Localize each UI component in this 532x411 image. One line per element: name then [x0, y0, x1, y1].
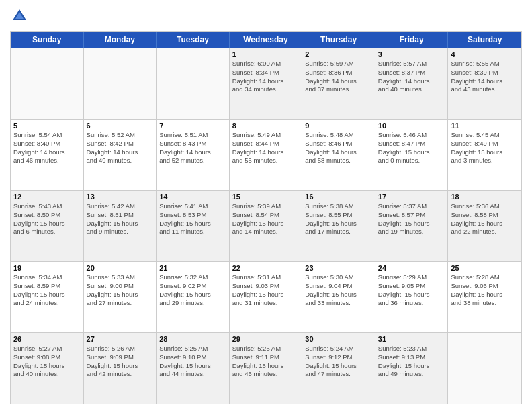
day-number: 16	[305, 193, 372, 201]
cal-cell-5: 5Sunrise: 5:54 AM Sunset: 8:40 PM Daylig…	[11, 120, 84, 190]
cell-info: Sunrise: 5:59 AM Sunset: 8:36 PM Dayligh…	[305, 60, 372, 94]
cell-info: Sunrise: 5:25 AM Sunset: 9:10 PM Dayligh…	[159, 345, 226, 379]
day-number: 31	[378, 335, 445, 343]
day-number: 30	[305, 335, 372, 343]
cell-info: Sunrise: 5:46 AM Sunset: 8:47 PM Dayligh…	[378, 131, 445, 165]
cell-info: Sunrise: 5:43 AM Sunset: 8:50 PM Dayligh…	[13, 202, 81, 236]
cell-info: Sunrise: 5:34 AM Sunset: 8:59 PM Dayligh…	[13, 273, 81, 308]
day-number: 23	[305, 264, 372, 272]
day-number: 4	[451, 50, 519, 58]
day-number: 27	[87, 335, 154, 343]
cell-info: Sunrise: 5:42 AM Sunset: 8:51 PM Dayligh…	[87, 202, 154, 236]
day-header-wednesday: Wednesday	[230, 32, 303, 48]
cal-cell-30: 30Sunrise: 5:24 AM Sunset: 9:12 PM Dayli…	[302, 333, 375, 404]
cal-cell-23: 23Sunrise: 5:30 AM Sunset: 9:04 PM Dayli…	[302, 262, 375, 332]
cal-cell-18: 18Sunrise: 5:36 AM Sunset: 8:58 PM Dayli…	[448, 191, 521, 261]
cell-info: Sunrise: 5:41 AM Sunset: 8:53 PM Dayligh…	[159, 202, 226, 236]
cal-cell-20: 20Sunrise: 5:33 AM Sunset: 9:00 PM Dayli…	[84, 262, 157, 332]
cell-info: Sunrise: 5:36 AM Sunset: 8:58 PM Dayligh…	[451, 202, 519, 236]
cal-cell-7: 7Sunrise: 5:51 AM Sunset: 8:43 PM Daylig…	[157, 120, 230, 190]
cal-cell-26: 26Sunrise: 5:27 AM Sunset: 9:08 PM Dayli…	[11, 333, 84, 404]
logo	[10, 7, 32, 26]
calendar-body: 1Sunrise: 6:00 AM Sunset: 8:34 PM Daylig…	[11, 48, 521, 404]
day-header-saturday: Saturday	[448, 32, 521, 48]
day-number: 28	[159, 335, 226, 343]
day-number: 25	[451, 264, 519, 272]
cal-cell-17: 17Sunrise: 5:37 AM Sunset: 8:57 PM Dayli…	[375, 191, 449, 261]
cal-cell-9: 9Sunrise: 5:48 AM Sunset: 8:46 PM Daylig…	[302, 120, 375, 190]
cell-info: Sunrise: 5:26 AM Sunset: 9:09 PM Dayligh…	[87, 345, 154, 379]
day-number: 2	[305, 50, 372, 58]
day-header-sunday: Sunday	[11, 32, 84, 48]
cell-info: Sunrise: 5:23 AM Sunset: 9:13 PM Dayligh…	[378, 345, 445, 379]
cell-info: Sunrise: 5:27 AM Sunset: 9:08 PM Dayligh…	[13, 345, 81, 379]
cell-info: Sunrise: 5:33 AM Sunset: 9:00 PM Dayligh…	[87, 273, 154, 308]
day-number: 12	[13, 193, 81, 201]
day-number: 19	[13, 264, 81, 272]
cal-cell-25: 25Sunrise: 5:28 AM Sunset: 9:06 PM Dayli…	[448, 262, 521, 332]
cal-cell-29: 29Sunrise: 5:25 AM Sunset: 9:11 PM Dayli…	[230, 333, 303, 404]
day-number: 15	[232, 193, 300, 201]
cell-info: Sunrise: 5:38 AM Sunset: 8:55 PM Dayligh…	[305, 202, 372, 236]
cal-cell-21: 21Sunrise: 5:32 AM Sunset: 9:02 PM Dayli…	[157, 262, 230, 332]
calendar-week-5: 26Sunrise: 5:27 AM Sunset: 9:08 PM Dayli…	[11, 332, 521, 404]
cal-cell-8: 8Sunrise: 5:49 AM Sunset: 8:44 PM Daylig…	[230, 120, 303, 190]
day-number: 18	[451, 193, 519, 201]
cell-info: Sunrise: 5:55 AM Sunset: 8:39 PM Dayligh…	[451, 60, 519, 94]
cal-cell-4: 4Sunrise: 5:55 AM Sunset: 8:39 PM Daylig…	[448, 48, 521, 119]
calendar-header: SundayMondayTuesdayWednesdayThursdayFrid…	[11, 32, 521, 48]
cal-cell-empty	[448, 333, 521, 404]
day-header-tuesday: Tuesday	[157, 32, 230, 48]
page: SundayMondayTuesdayWednesdayThursdayFrid…	[0, 0, 532, 411]
day-number: 6	[87, 122, 154, 130]
cell-info: Sunrise: 5:30 AM Sunset: 9:04 PM Dayligh…	[305, 273, 372, 308]
day-number: 3	[378, 50, 445, 58]
header	[10, 7, 522, 26]
cell-info: Sunrise: 5:51 AM Sunset: 8:43 PM Dayligh…	[159, 131, 226, 165]
cal-cell-28: 28Sunrise: 5:25 AM Sunset: 9:10 PM Dayli…	[157, 333, 230, 404]
calendar: SundayMondayTuesdayWednesdayThursdayFrid…	[10, 31, 522, 404]
day-number: 8	[232, 122, 300, 130]
cell-info: Sunrise: 5:25 AM Sunset: 9:11 PM Dayligh…	[232, 345, 300, 379]
cal-cell-24: 24Sunrise: 5:29 AM Sunset: 9:05 PM Dayli…	[375, 262, 449, 332]
cell-info: Sunrise: 5:49 AM Sunset: 8:44 PM Dayligh…	[232, 131, 300, 165]
day-number: 20	[87, 264, 154, 272]
cal-cell-16: 16Sunrise: 5:38 AM Sunset: 8:55 PM Dayli…	[302, 191, 375, 261]
day-number: 29	[232, 335, 300, 343]
calendar-week-3: 12Sunrise: 5:43 AM Sunset: 8:50 PM Dayli…	[11, 190, 521, 261]
cell-info: Sunrise: 5:52 AM Sunset: 8:42 PM Dayligh…	[87, 131, 154, 165]
cal-cell-2: 2Sunrise: 5:59 AM Sunset: 8:36 PM Daylig…	[302, 48, 375, 119]
day-number: 21	[159, 264, 226, 272]
day-number: 17	[378, 193, 445, 201]
day-number: 7	[159, 122, 226, 130]
cal-cell-15: 15Sunrise: 5:39 AM Sunset: 8:54 PM Dayli…	[230, 191, 303, 261]
cal-cell-10: 10Sunrise: 5:46 AM Sunset: 8:47 PM Dayli…	[375, 120, 449, 190]
cal-cell-12: 12Sunrise: 5:43 AM Sunset: 8:50 PM Dayli…	[11, 191, 84, 261]
logo-icon	[10, 7, 29, 26]
day-number: 5	[13, 122, 81, 130]
day-number: 24	[378, 264, 445, 272]
calendar-week-4: 19Sunrise: 5:34 AM Sunset: 8:59 PM Dayli…	[11, 261, 521, 332]
day-number: 22	[232, 264, 300, 272]
cell-info: Sunrise: 5:32 AM Sunset: 9:02 PM Dayligh…	[159, 273, 226, 308]
cal-cell-27: 27Sunrise: 5:26 AM Sunset: 9:09 PM Dayli…	[84, 333, 157, 404]
cal-cell-6: 6Sunrise: 5:52 AM Sunset: 8:42 PM Daylig…	[84, 120, 157, 190]
cal-cell-14: 14Sunrise: 5:41 AM Sunset: 8:53 PM Dayli…	[157, 191, 230, 261]
cell-info: Sunrise: 5:45 AM Sunset: 8:49 PM Dayligh…	[451, 131, 519, 165]
cal-cell-empty	[157, 48, 230, 119]
day-number: 14	[159, 193, 226, 201]
cal-cell-empty	[11, 48, 84, 119]
cal-cell-31: 31Sunrise: 5:23 AM Sunset: 9:13 PM Dayli…	[375, 333, 449, 404]
calendar-week-1: 1Sunrise: 6:00 AM Sunset: 8:34 PM Daylig…	[11, 48, 521, 119]
cal-cell-3: 3Sunrise: 5:57 AM Sunset: 8:37 PM Daylig…	[375, 48, 449, 119]
cell-info: Sunrise: 5:24 AM Sunset: 9:12 PM Dayligh…	[305, 345, 372, 379]
cal-cell-empty	[84, 48, 157, 119]
day-number: 26	[13, 335, 81, 343]
cell-info: Sunrise: 5:28 AM Sunset: 9:06 PM Dayligh…	[451, 273, 519, 308]
cell-info: Sunrise: 5:48 AM Sunset: 8:46 PM Dayligh…	[305, 131, 372, 165]
cal-cell-11: 11Sunrise: 5:45 AM Sunset: 8:49 PM Dayli…	[448, 120, 521, 190]
cell-info: Sunrise: 5:39 AM Sunset: 8:54 PM Dayligh…	[232, 202, 300, 236]
day-number: 1	[232, 50, 300, 58]
cal-cell-22: 22Sunrise: 5:31 AM Sunset: 9:03 PM Dayli…	[230, 262, 303, 332]
day-header-thursday: Thursday	[302, 32, 375, 48]
